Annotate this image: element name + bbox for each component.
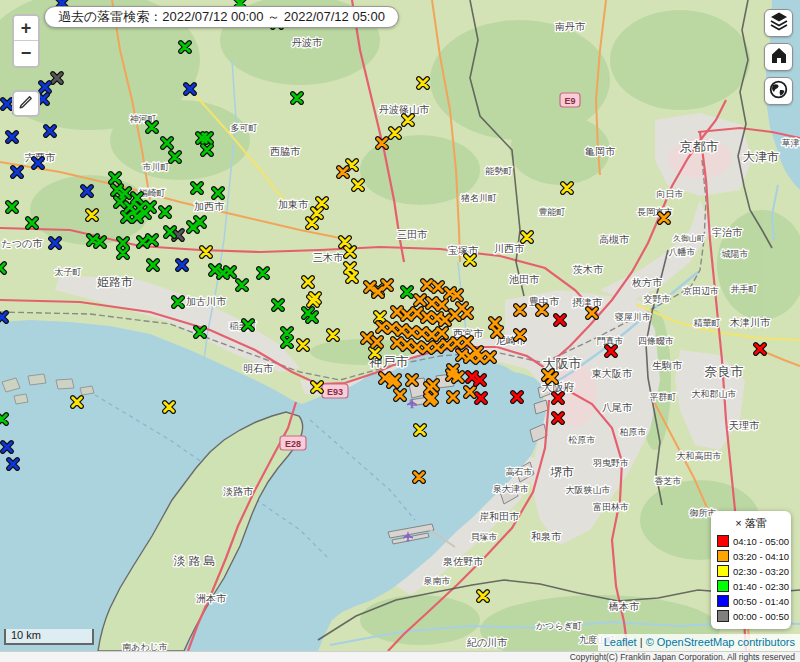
zoom-in-button[interactable]: + — [14, 16, 38, 41]
city-label: 生駒市 — [652, 360, 683, 371]
svg-text:E93: E93 — [327, 387, 343, 397]
city-label: 太子町 — [55, 267, 82, 277]
legend-label: 03:20 - 04:10 — [733, 551, 789, 562]
city-label: 淡路市 — [223, 486, 254, 497]
city-label: 四條畷市 — [638, 336, 674, 346]
city-label: 和泉市 — [531, 531, 562, 542]
legend-label: 04:10 - 05:00 — [733, 536, 789, 547]
zoom-out-button[interactable]: − — [14, 41, 38, 66]
city-label: 泉佐野市 — [442, 556, 484, 567]
city-label: かつらぎ町 — [536, 621, 582, 631]
legend-label: 00:50 - 01:40 — [733, 596, 789, 607]
basemap-svg: E9E93E28丹波市南丹市神河町丹波篠山市多可町西脇市市川町福崎町加西市加東市… — [0, 0, 800, 651]
city-label: 寝屋川市 — [614, 312, 651, 322]
city-label: 八尾市 — [602, 402, 633, 413]
city-label: 明石市 — [243, 363, 274, 374]
legend-swatch — [717, 535, 729, 547]
map-attribution: Leaflet | © OpenStreetMap contributors — [598, 634, 800, 651]
map-canvas[interactable]: E9E93E28丹波市南丹市神河町丹波篠山市多可町西脇市市川町福崎町加西市加東市… — [0, 0, 800, 651]
pencil-icon — [18, 94, 34, 114]
city-label: 高石市 — [506, 467, 533, 477]
city-label: 丹波市 — [292, 37, 323, 48]
city-label: 交野市 — [644, 294, 671, 304]
city-label: 加古川市 — [186, 296, 227, 307]
city-label: 大阪狭山市 — [566, 485, 611, 495]
city-label: 香芝市 — [655, 476, 682, 486]
draw-button[interactable] — [12, 90, 40, 117]
legend-label: 00:00 - 00:50 — [733, 611, 789, 622]
legend-row: 01:40 - 02:30 — [717, 580, 785, 592]
legend-items: 04:10 - 05:0003:20 - 04:1002:30 - 03:200… — [717, 535, 785, 622]
legend-row: 02:30 - 03:20 — [717, 565, 785, 577]
city-label: 西脇市 — [270, 146, 301, 157]
city-label: 多可町 — [231, 123, 258, 133]
road-shield: E93 — [322, 384, 348, 398]
scale-bar: 10 km — [4, 629, 94, 645]
city-label: 奈良市 — [705, 364, 744, 379]
copyright-strip: Copyright(C) Franklin Japan Corporation.… — [0, 651, 800, 662]
city-label: 宇治市 — [712, 227, 743, 238]
city-label: 橋本市 — [608, 601, 640, 612]
lightning-legend: × 落雷 04:10 - 05:0003:20 - 04:1002:30 - 0… — [711, 511, 791, 629]
city-label: 三木市 — [313, 252, 344, 263]
city-label: 東大阪市 — [591, 368, 633, 379]
city-label: 城陽市 — [721, 249, 749, 259]
city-label: 貝塚市 — [471, 532, 498, 542]
city-label: 茨木市 — [572, 264, 604, 275]
city-label: 大津市 — [743, 150, 779, 164]
legend-swatch — [717, 610, 729, 622]
legend-swatch — [717, 580, 729, 592]
city-label: 加東市 — [278, 199, 309, 210]
city-label: 精華町 — [694, 318, 721, 328]
legend-row: 03:20 - 04:10 — [717, 550, 785, 562]
legend-swatch — [717, 550, 729, 562]
city-label: 大和高田市 — [677, 451, 722, 461]
city-label: 高槻市 — [599, 234, 630, 245]
svg-text:E9: E9 — [564, 96, 575, 106]
city-label: 井手町 — [731, 284, 758, 294]
globe-button[interactable] — [764, 77, 793, 105]
city-label: 富田林市 — [593, 502, 629, 512]
city-label: 神河町 — [130, 114, 157, 124]
road-shield: E28 — [280, 436, 306, 450]
leaflet-link[interactable]: Leaflet — [604, 636, 637, 648]
city-label: 松原市 — [568, 435, 596, 445]
city-label: 猪名川町 — [461, 193, 497, 203]
legend-title: × 落雷 — [717, 516, 785, 531]
legend-label: 01:40 - 02:30 — [733, 581, 789, 592]
osm-link[interactable]: © OpenStreetMap contributors — [646, 636, 795, 648]
zoom-control: + − — [12, 14, 40, 68]
city-label: 紀の川市 — [467, 637, 508, 648]
city-label: 淡路島 — [174, 554, 219, 568]
city-label: 枚方市 — [631, 277, 663, 288]
city-label: 羽曳野市 — [592, 458, 629, 468]
city-label: 大和郡山市 — [692, 389, 737, 399]
city-label: 南丹市 — [555, 21, 586, 32]
home-button[interactable] — [764, 43, 793, 71]
city-label: 能勢町 — [486, 166, 513, 176]
city-label: 川西市 — [494, 243, 525, 254]
city-label: 平群町 — [650, 392, 677, 402]
road-shield: E9 — [560, 93, 580, 107]
city-label: 市川町 — [143, 162, 170, 172]
city-label: 南あわじ市 — [122, 642, 168, 651]
legend-label: 02:30 - 03:20 — [733, 566, 789, 577]
city-label: 姫路市 — [97, 275, 133, 289]
city-label: たつの市 — [2, 238, 44, 249]
attribution-separator: | — [640, 636, 643, 648]
home-icon — [770, 46, 788, 68]
city-label: 池田市 — [509, 274, 540, 285]
legend-swatch — [717, 565, 729, 577]
city-label: 草津市 — [782, 138, 800, 148]
svg-text:E28: E28 — [285, 439, 301, 449]
city-label: 堺市 — [550, 465, 574, 479]
layers-icon — [769, 11, 789, 35]
city-label: 大阪市 — [543, 356, 582, 371]
city-label: 加西市 — [194, 201, 225, 212]
layers-button[interactable] — [764, 9, 793, 37]
city-label: 京田辺市 — [683, 286, 719, 296]
city-label: 向日市 — [657, 189, 684, 199]
lightning-search-app: E9E93E28丹波市南丹市神河町丹波篠山市多可町西脇市市川町福崎町加西市加東市… — [0, 0, 800, 662]
city-label: 亀岡市 — [585, 146, 616, 157]
city-label: 八幡市 — [669, 247, 696, 257]
